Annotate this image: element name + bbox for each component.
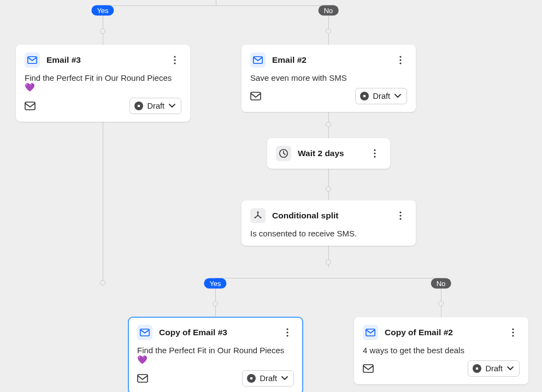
svg-point-14 [399,211,401,213]
svg-point-8 [399,62,401,64]
email-card-2[interactable]: Email #2 Save even more with SMS Draft [241,45,416,112]
dots-vertical-icon [174,56,176,64]
chevron-down-icon [507,366,514,371]
svg-point-3 [174,62,175,64]
split-icon [250,208,266,223]
mail-icon [363,325,378,340]
dots-vertical-icon [399,56,402,64]
svg-point-1 [174,56,175,57]
more-menu-button[interactable] [281,326,294,339]
card-title: Conditional split [272,211,387,221]
svg-rect-26 [363,365,373,372]
svg-rect-9 [251,92,261,100]
mail-outline-icon [363,364,374,373]
email-subject: Find the Perfect Fit in Our Round Pieces… [25,73,181,92]
status-dropdown[interactable]: Draft [468,360,520,377]
more-menu-button[interactable] [394,209,407,222]
add-step-dot[interactable] [100,28,105,34]
clock-icon [276,146,291,161]
branch-no-pill: No [431,278,451,289]
status-label: Draft [486,364,503,373]
status-label: Draft [260,374,277,383]
svg-point-18 [286,328,288,330]
connector [215,278,441,278]
card-title: Copy of Email #3 [159,328,274,337]
chevron-down-icon [394,94,401,98]
add-step-dot[interactable] [326,259,331,265]
wait-label: Wait 2 days [298,149,362,158]
svg-point-20 [286,335,288,336]
split-condition: Is consented to receive SMS. [250,229,407,238]
dots-vertical-icon [286,328,288,337]
more-menu-button[interactable] [368,147,381,160]
add-step-dot[interactable] [326,28,331,34]
status-dropdown[interactable]: Draft [129,98,181,114]
pencil-circle-icon [360,92,369,100]
mail-outline-icon [250,92,261,100]
connector [216,0,216,5]
add-step-dot[interactable] [326,186,331,192]
svg-point-13 [374,156,375,157]
mail-icon [250,52,266,68]
dots-vertical-icon [374,149,376,158]
email-subject: Save even more with SMS [250,73,407,82]
mail-outline-icon [25,102,36,110]
status-dropdown[interactable]: Draft [242,370,294,387]
svg-point-25 [512,335,514,336]
svg-point-6 [399,56,401,57]
svg-point-24 [512,331,514,333]
svg-point-12 [374,152,375,154]
status-dropdown[interactable]: Draft [355,88,407,104]
svg-rect-4 [25,102,35,110]
svg-point-11 [374,149,375,151]
more-menu-button[interactable] [168,54,181,67]
email-subject: 4 ways to get the best deals [363,346,520,355]
svg-point-23 [512,328,514,330]
add-step-dot[interactable] [438,301,444,306]
conditional-split-card[interactable]: Conditional split Is consented to receiv… [241,200,416,246]
mail-icon [25,52,40,68]
pencil-circle-icon [247,374,256,383]
chevron-down-icon [281,376,288,381]
svg-point-2 [174,59,175,61]
mail-outline-icon [137,374,148,383]
email-card-copy-2[interactable]: Copy of Email #2 4 ways to get the best … [354,317,528,384]
branch-no-pill: No [319,5,339,16]
add-step-dot[interactable] [213,301,218,306]
email-card-copy-3[interactable]: Copy of Email #3 Find the Perfect Fit in… [128,317,303,392]
svg-point-7 [399,59,401,61]
pencil-circle-icon [473,364,481,373]
email-subject: Find the Perfect Fit in Our Round Pieces… [137,346,294,365]
chevron-down-icon [169,104,175,108]
card-title: Email #3 [46,55,162,65]
status-label: Draft [148,102,164,110]
connector [103,5,328,6]
svg-point-19 [286,331,288,333]
svg-point-16 [399,218,401,219]
dots-vertical-icon [512,328,514,337]
svg-point-15 [399,215,401,216]
status-label: Draft [373,92,390,100]
more-menu-button[interactable] [394,54,407,67]
svg-rect-21 [138,375,148,382]
pencil-circle-icon [134,102,143,110]
card-title: Copy of Email #2 [385,328,500,337]
branch-yes-pill: Yes [91,5,114,16]
mail-icon [137,325,152,340]
wait-card[interactable]: Wait 2 days [267,138,390,169]
more-menu-button[interactable] [506,326,520,339]
add-step-dot[interactable] [326,122,331,127]
dots-vertical-icon [399,211,402,220]
email-card-3[interactable]: Email #3 Find the Perfect Fit in Our Rou… [16,45,190,122]
add-step-dot[interactable] [100,280,105,286]
branch-yes-pill: Yes [204,278,226,289]
card-title: Email #2 [272,55,387,65]
